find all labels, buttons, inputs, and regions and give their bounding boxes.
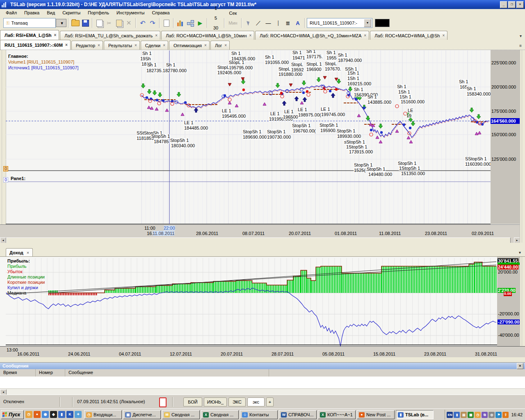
lab-tab[interactable]: Лаб: RSI+EMA_L@Sh× — [0, 30, 59, 40]
tab-close-icon[interactable]: × — [155, 33, 158, 38]
monitors-icon[interactable]: ⧉ — [482, 412, 488, 418]
tab-close-icon[interactable]: × — [364, 33, 366, 38]
flag-icon[interactable]: ⚑ — [495, 412, 502, 418]
redo-button[interactable]: ↷ — [148, 18, 157, 28]
connection-indicator-icon[interactable] — [159, 397, 167, 407]
doc-tab[interactable]: Сделки× — [141, 41, 168, 50]
tab-close-icon[interactable]: × — [204, 43, 207, 48]
save-button[interactable] — [81, 18, 90, 28]
taskbar-button[interactable]: XСводная ... — [201, 410, 239, 419]
messages-column-header[interactable]: Время — [0, 369, 36, 377]
trendline-tool-button[interactable]: ／ — [254, 18, 263, 28]
minimize-button[interactable]: _ — [500, 1, 507, 8]
unit-button[interactable]: Сек — [227, 8, 239, 18]
tab-close-icon[interactable]: × — [135, 43, 137, 48]
chart-right-splitter[interactable] — [520, 50, 525, 243]
agent-tab[interactable]: ИЮНЬ_ — [204, 397, 227, 406]
messages-list[interactable] — [0, 377, 525, 388]
maximize-button[interactable]: ❐ — [508, 1, 516, 8]
taskbar-button[interactable]: XКОП~~~А~1 — [318, 410, 356, 419]
add-agent-button[interactable]: + — [266, 397, 274, 406]
tab-close-icon[interactable]: × — [65, 43, 68, 47]
paste-button[interactable] — [114, 18, 123, 28]
messages-column-header[interactable]: Номер — [36, 369, 65, 377]
close-button[interactable]: × — [516, 1, 524, 8]
income-tab-close-icon[interactable]: × — [27, 250, 29, 255]
doc-tab[interactable]: Результаты× — [104, 41, 140, 50]
symbol-combo-arrow[interactable]: ▾ — [364, 19, 371, 27]
taskbar-button[interactable]: ▣Диспетче... — [123, 410, 161, 419]
taskbar-button[interactable]: ▮TSLab (в... — [396, 410, 434, 419]
doc-tab[interactable]: RIU1_110615_110907:-:60M× — [0, 40, 71, 50]
menu-item[interactable]: Вид — [43, 10, 58, 16]
lab-tabs-overflow-icon[interactable]: ▾ — [520, 34, 522, 38]
tslab-tray-icon[interactable]: ▮ — [454, 412, 460, 418]
lab-tab[interactable]: Лаб: ROC+MACD+WMA_L@Sh× — [370, 31, 447, 40]
tab-close-icon[interactable]: × — [163, 43, 165, 48]
undo-button[interactable]: ↶ — [138, 18, 147, 28]
menu-item[interactable]: Справка — [149, 10, 173, 16]
interval-button-5[interactable]: 5 — [210, 13, 222, 23]
grid-icon[interactable]: ▦ — [468, 412, 474, 418]
open-button[interactable] — [71, 18, 80, 28]
chrome-icon[interactable]: ◉ — [42, 411, 49, 418]
start-button[interactable]: Пуск — [1, 410, 24, 419]
menu-item[interactable]: Правка — [21, 10, 43, 16]
cut-button[interactable]: ✂ — [105, 18, 114, 28]
messages-column-header[interactable]: Сообщение — [65, 369, 269, 377]
taskbar-button[interactable]: ☺Контакты — [240, 410, 278, 419]
doc-tab[interactable]: Лог× — [210, 41, 230, 50]
clipboard-icon[interactable]: ▤ — [461, 412, 467, 418]
properties-button[interactable] — [162, 18, 171, 28]
kmplayer-icon[interactable]: K — [66, 411, 73, 418]
chart-h-scrollbar[interactable]: ◂ ▸ — [0, 237, 525, 243]
chart-button[interactable] — [176, 18, 185, 28]
clock-icon[interactable]: ◷ — [25, 411, 32, 418]
tab-close-icon[interactable]: × — [54, 33, 56, 37]
taskbar-button[interactable]: ●New Post ... — [357, 410, 395, 419]
account-combo-arrow[interactable]: ▾ — [56, 19, 66, 27]
update-icon[interactable]: ⇧ — [502, 412, 509, 418]
agent-tab[interactable]: ЭКС — [228, 397, 246, 406]
income-right-splitter[interactable] — [520, 257, 525, 347]
opera-icon[interactable]: ◎ — [488, 412, 495, 418]
agent-tab[interactable]: экс — [247, 397, 265, 406]
doc-tabs-overflow-icon[interactable]: ≡ — [519, 43, 522, 48]
interval-button-1[interactable]: 1 — [210, 3, 222, 13]
run-button[interactable]: ▶ — [196, 18, 205, 28]
menu-item[interactable]: Портфель — [84, 10, 112, 16]
symbol-combo[interactable]: RIU1_110615_110907:- ▾ — [307, 18, 372, 28]
menu-item[interactable]: Инструменты — [113, 10, 148, 16]
color-swatch[interactable] — [375, 19, 390, 27]
tab-close-icon[interactable]: × — [442, 33, 445, 38]
tab-close-icon[interactable]: × — [249, 33, 251, 38]
messages-close-icon[interactable]: × — [517, 363, 523, 369]
firefox-icon[interactable]: ● — [34, 411, 41, 418]
inkscape-icon[interactable]: ◆ — [50, 411, 57, 418]
tab-close-icon[interactable]: × — [98, 43, 100, 48]
taskbar-button[interactable]: WСПРАВОЧ... — [279, 410, 317, 419]
language-indicator[interactable]: EN — [447, 412, 453, 418]
text-tool-button[interactable]: A — [293, 18, 302, 28]
tslab-icon[interactable]: ▮ — [58, 411, 65, 418]
taskbar-button[interactable]: ◷Входящи... — [84, 410, 122, 419]
clock-tray-icon[interactable]: ◷ — [475, 412, 481, 418]
agent-tab[interactable]: БОЙ — [183, 397, 202, 406]
delete-button[interactable]: ✕ — [124, 18, 133, 28]
messenger-icon[interactable]: ✦ — [75, 411, 82, 418]
copy-button[interactable] — [95, 18, 104, 28]
taskbar-button[interactable]: ✉Сводная ... — [162, 410, 200, 419]
lab-tab[interactable]: Лаб: ROC+MACD+WMA_L@Sh_10мин× — [161, 31, 254, 40]
levels-tool-button[interactable]: ≣ — [283, 18, 292, 28]
pointer-tool-button[interactable] — [244, 18, 253, 28]
unit-button[interactable]: Мин — [227, 18, 239, 28]
lab-tab[interactable]: Лаб: RSI+EMA_TU_L@Sh_сжать_разжать× — [60, 31, 160, 40]
menu-item[interactable]: Скрипты — [59, 10, 84, 16]
menu-item[interactable]: Файл — [2, 10, 20, 16]
account-combo[interactable]: ⚿ Transaq — [3, 18, 56, 28]
tab-close-icon[interactable]: × — [224, 43, 227, 48]
lab-tab[interactable]: Лаб: ROC+MACD+WMA_L@Sh_+Q_10мин+MZA× — [255, 31, 369, 40]
script-scheme-button[interactable] — [186, 18, 195, 28]
tab-income[interactable]: Доход × — [6, 248, 33, 256]
doc-tab[interactable]: Оптимизация× — [169, 41, 210, 50]
